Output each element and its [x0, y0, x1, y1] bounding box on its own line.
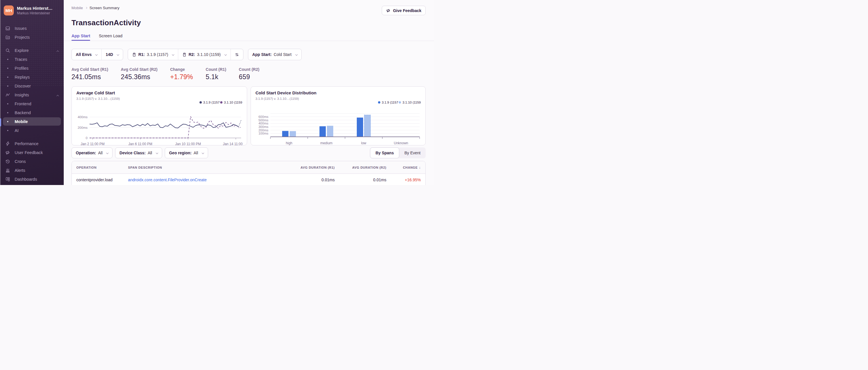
main-content: Mobile Screen Summary Give Feedback Tran…	[64, 0, 434, 185]
sidebar-item-mobile[interactable]: Mobile	[3, 117, 61, 126]
sidebar-item-traces[interactable]: Traces	[3, 55, 61, 63]
chevron-up-icon[interactable]	[55, 93, 59, 97]
app-start-type-selector[interactable]: App Start: Cold Start	[248, 49, 301, 60]
svg-text:Jan 14 11:00 PM: Jan 14 11:00 PM	[223, 142, 243, 145]
metric-value: 245.36ms	[121, 73, 158, 81]
sidebar-item-backend[interactable]: Backend	[3, 108, 61, 117]
sidebar-item-label: Alerts	[14, 168, 25, 173]
environment-filter[interactable]: All Envs	[72, 49, 101, 60]
sidebar-item-explore[interactable]: Explore	[3, 46, 61, 55]
metric-count-r2: Count (R2) 659	[239, 67, 259, 81]
breadcrumb-mobile[interactable]: Mobile	[71, 6, 83, 10]
org-user-menu[interactable]: MH Markus Hinterst… Markus Hintersteiner	[0, 0, 64, 20]
chevron-down-icon	[156, 152, 158, 154]
sidebar-item-frontend[interactable]: Frontend	[3, 100, 61, 108]
environment-filter-label: All Envs	[76, 52, 92, 57]
chevron-up-icon[interactable]	[55, 48, 59, 53]
date-range-filter[interactable]: 14D	[101, 49, 123, 60]
column-avg-duration-r2[interactable]: AVG DURATION (R2)	[339, 161, 391, 174]
avg-cold-start-chart[interactable]: 400ms200ms0Jan 2 11:00 PMJan 6 11:00 PMJ…	[76, 104, 243, 145]
avatar: MH	[4, 5, 14, 15]
release-r1-selector[interactable]: R1: 3.1.9 (1157)	[128, 49, 178, 60]
legend-label: 3.1.9 (1157	[203, 101, 220, 104]
r2-value: 3.1.10 (1159)	[197, 52, 221, 57]
geo-region-filter-label: Geo region:	[169, 150, 192, 155]
sidebar-item-performance[interactable]: Performance	[3, 139, 61, 148]
sidebar-item-user-feedback[interactable]: User Feedback	[3, 148, 61, 157]
app-start-value: Cold Start	[274, 52, 291, 57]
tab-app-start[interactable]: App Start	[71, 34, 90, 41]
sidebar-item-label: Discover	[14, 84, 31, 88]
chevron-right-icon	[85, 7, 87, 9]
sidebar-item-releases[interactable]: Releases	[3, 184, 61, 185]
give-feedback-label: Give Feedback	[393, 8, 422, 13]
chevron-down-icon	[95, 53, 98, 56]
sidebar-item-label: Crons	[14, 159, 26, 164]
r1-prefix: R1:	[138, 52, 145, 57]
swap-releases-button[interactable]	[230, 49, 243, 60]
chart-subtitle: 3.1.9 (1157) v. 3.1.10…(1159)	[255, 97, 421, 100]
sidebar-item-issues[interactable]: Issues	[3, 24, 61, 32]
pulse-icon	[5, 92, 11, 98]
table-row[interactable]: contentprovider.load androidx.core.conte…	[72, 174, 425, 185]
user-org: Markus Hintersteiner	[17, 11, 53, 15]
metric-value: 241.05ms	[71, 73, 108, 81]
metric-label: Change	[170, 67, 193, 72]
geo-region-filter[interactable]: Geo region: All	[165, 147, 208, 158]
bullet-icon	[5, 68, 11, 69]
svg-text:400ms: 400ms	[258, 122, 268, 125]
svg-text:200ms: 200ms	[258, 129, 268, 132]
column-operation[interactable]: OPERATION	[72, 161, 123, 174]
sidebar-item-ai[interactable]: AI	[3, 126, 61, 135]
bullet-icon	[5, 86, 11, 87]
sidebar-item-dashboards[interactable]: Dashboards	[3, 175, 61, 183]
chart-title: Cold Start Device Distribution	[255, 90, 421, 95]
device-distribution-card: Cold Start Device Distribution 3.1.9 (11…	[251, 86, 426, 145]
metric-label: Avg Cold Start (R2)	[121, 67, 158, 72]
device-distribution-chart[interactable]: 100ms200ms300ms400ms500ms600mshighmedium…	[255, 104, 422, 145]
legend-item-r2[interactable]: 3.1.10 (1159	[399, 101, 421, 104]
charts-row: Average Cold Start 3.1.9 (1157) v. 3.1.1…	[71, 86, 426, 145]
sidebar-item-discover[interactable]: Discover	[3, 82, 61, 90]
svg-text:Jan 6 11:00 PM: Jan 6 11:00 PM	[128, 142, 152, 145]
topbar: Mobile Screen Summary Give Feedback	[71, 0, 426, 15]
metric-label: Count (R1)	[206, 67, 226, 72]
legend-item-r1[interactable]: 3.1.9 (1157	[199, 101, 220, 104]
metric-avg-cold-start-r2: Avg Cold Start (R2) 245.36ms	[121, 67, 158, 81]
sidebar-item-crons[interactable]: Crons	[3, 157, 61, 166]
page-title: TransactionActivity	[71, 19, 426, 27]
siren-icon	[5, 168, 11, 173]
svg-text:Jan 10 11:00 PM: Jan 10 11:00 PM	[175, 142, 201, 145]
sidebar-item-alerts[interactable]: Alerts	[3, 166, 61, 174]
legend-item-r2[interactable]: 3.1.10 (1159	[220, 101, 242, 104]
svg-text:low: low	[361, 141, 366, 145]
device-class-filter[interactable]: Device Class: All	[115, 147, 162, 158]
sidebar-item-replays[interactable]: Replays	[3, 73, 61, 81]
sidebar-item-label: Replays	[14, 75, 30, 79]
column-avg-duration-r1[interactable]: AVG DURATION (R1)	[290, 161, 339, 174]
sidebar-item-label: Profiles	[14, 66, 28, 71]
tab-screen-load[interactable]: Screen Load	[99, 34, 122, 41]
toggle-by-spans[interactable]: By Spans	[370, 147, 399, 158]
sidebar-item-projects[interactable]: Projects	[3, 33, 61, 41]
bullet-icon	[5, 121, 11, 122]
dashboard-grid-icon	[5, 177, 11, 182]
operation-filter[interactable]: Operation: All	[71, 147, 113, 158]
breadcrumb: Mobile Screen Summary	[71, 6, 119, 10]
svg-text:Jan 2 11:00 PM: Jan 2 11:00 PM	[81, 142, 104, 145]
folder-code-icon	[5, 35, 11, 40]
legend-item-r1[interactable]: 3.1.9 (1157	[378, 101, 398, 104]
sidebar-item-insights[interactable]: Insights	[3, 91, 61, 99]
chart-legend: 3.1.9 (1157 3.1.10 (1159	[255, 101, 421, 104]
column-span-description[interactable]: SPAN DESCRIPTION	[123, 161, 290, 174]
legend-label: 3.1.10 (1159	[224, 101, 242, 104]
release-r2-selector[interactable]: R2: 3.1.10 (1159)	[178, 49, 230, 60]
svg-text:600ms: 600ms	[258, 115, 268, 119]
column-change[interactable]: CHANGE↓	[391, 161, 425, 174]
toggle-by-event[interactable]: By Event	[399, 147, 426, 158]
give-feedback-button[interactable]: Give Feedback	[382, 6, 426, 15]
chart-legend: 3.1.9 (1157 3.1.10 (1159	[76, 101, 242, 104]
chart-title: Average Cold Start	[76, 90, 242, 95]
sidebar-item-profiles[interactable]: Profiles	[3, 64, 61, 72]
span-description-link[interactable]: androidx.core.content.FileProvider.onCre…	[128, 177, 207, 182]
